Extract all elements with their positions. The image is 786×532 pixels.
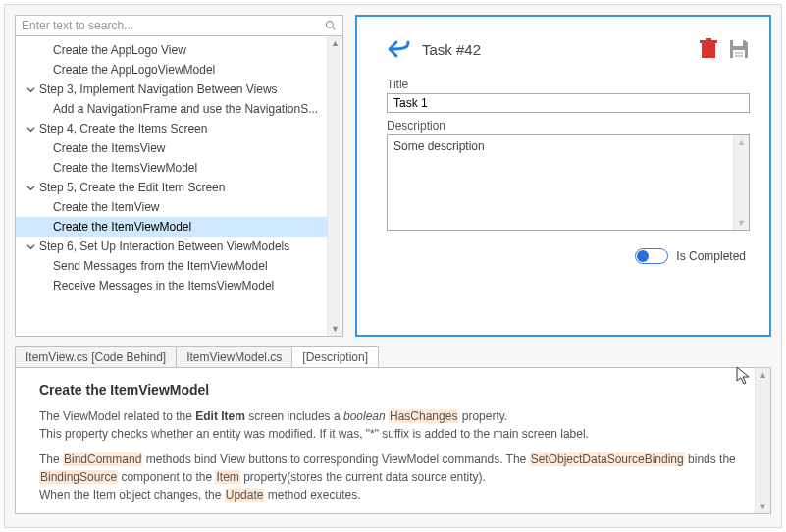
doc-scrollbar[interactable]: ▲ ▼: [755, 368, 770, 513]
app-frame: Create the AppLogo ViewCreate the AppLog…: [4, 4, 782, 528]
left-column: Create the AppLogo ViewCreate the AppLog…: [15, 15, 343, 337]
desc-scrollbar[interactable]: ▲ ▼: [733, 135, 749, 230]
completed-toggle[interactable]: [635, 248, 668, 264]
tree-item-label: Create the AppLogo View: [24, 43, 186, 57]
description-input[interactable]: Some description ▲ ▼: [387, 134, 750, 231]
tree-item[interactable]: Create the AppLogoViewModel: [16, 60, 342, 80]
title-input[interactable]: [387, 93, 750, 113]
scroll-up-icon[interactable]: ▲: [759, 368, 767, 382]
tree-item[interactable]: Receive Messages in the ItemsViewModel: [16, 276, 342, 295]
scroll-up-icon[interactable]: ▲: [331, 36, 340, 50]
tree-item[interactable]: Create the AppLogo View: [16, 40, 342, 60]
title-label: Title: [387, 78, 750, 91]
tree-item[interactable]: Create the ItemsViewModel: [16, 158, 342, 178]
top-row: Create the AppLogo ViewCreate the AppLog…: [15, 15, 771, 337]
tree-item-label: Step 6, Set Up Interaction Between ViewM…: [37, 239, 289, 253]
detail-panel: Task #42 Title Description Some descript…: [355, 15, 771, 337]
scroll-down-icon[interactable]: ▼: [331, 322, 340, 336]
tree-scrollbar[interactable]: ▲ ▼: [327, 36, 342, 336]
task-header: Task #42: [387, 38, 750, 60]
scroll-down-icon[interactable]: ▼: [737, 216, 746, 230]
completed-row: Is Completed: [387, 248, 746, 264]
tree-item[interactable]: Add a NavigationFrame and use the Naviga…: [16, 99, 342, 119]
description-label: Description: [387, 119, 750, 133]
chevron-down-icon[interactable]: [24, 85, 37, 94]
tab[interactable]: ItemViewModel.cs: [176, 346, 292, 367]
completed-label: Is Completed: [676, 249, 746, 263]
tab-strip: ItemView.cs [Code Behind]ItemViewModel.c…: [15, 346, 771, 367]
tree-item-label: Receive Messages in the ItemsViewModel: [24, 279, 274, 293]
description-panel: Create the ItemViewModel The ViewModel r…: [15, 367, 771, 514]
tree-item[interactable]: Create the ItemViewModel: [16, 217, 342, 237]
task-caption: Task #42: [422, 41, 481, 58]
tree-item-label: Create the ItemsView: [24, 141, 166, 155]
tree-item[interactable]: Step 4, Create the Items Screen: [16, 119, 342, 138]
tree-item[interactable]: Step 3, Implement Navigation Between Vie…: [16, 80, 342, 99]
tree-item[interactable]: Create the ItemView: [16, 197, 342, 217]
tree-item-label: Create the ItemViewModel: [24, 220, 191, 234]
tree-item[interactable]: Step 6, Set Up Interaction Between ViewM…: [16, 237, 342, 256]
tree-item-label: Create the ItemsViewModel: [24, 161, 197, 175]
back-icon[interactable]: [387, 39, 412, 59]
chevron-down-icon[interactable]: [24, 125, 37, 133]
tab[interactable]: ItemView.cs [Code Behind]: [15, 346, 177, 367]
tree-item-label: Step 4, Create the Items Screen: [37, 122, 207, 135]
tree-item[interactable]: Create the ItemsView: [16, 138, 342, 158]
doc-paragraph-1: The ViewModel related to the Edit Item s…: [39, 407, 747, 443]
tree-panel: Create the AppLogo ViewCreate the AppLog…: [15, 36, 343, 337]
tree: Create the AppLogo ViewCreate the AppLog…: [16, 36, 342, 299]
svg-rect-6: [733, 50, 745, 58]
svg-rect-2: [702, 43, 715, 58]
search-box[interactable]: [15, 15, 343, 36]
tab[interactable]: [Description]: [291, 346, 379, 367]
svg-rect-4: [706, 38, 711, 40]
svg-point-0: [327, 22, 334, 28]
description-text: Some description: [393, 139, 485, 153]
bottom-area: ItemView.cs [Code Behind]ItemViewModel.c…: [15, 346, 771, 514]
svg-rect-3: [700, 40, 717, 43]
search-input[interactable]: [22, 19, 325, 32]
doc-paragraph-2: The BindCommand methods bind View button…: [39, 451, 747, 504]
delete-icon[interactable]: [699, 38, 718, 60]
tree-item-label: Step 5, Create the Edit Item Screen: [37, 181, 225, 194]
search-icon[interactable]: [325, 20, 337, 31]
chevron-down-icon[interactable]: [24, 184, 37, 192]
tree-item-label: Create the AppLogoViewModel: [24, 63, 215, 77]
tree-item-label: Create the ItemView: [24, 200, 160, 214]
svg-line-1: [333, 27, 336, 30]
tree-item[interactable]: Step 5, Create the Edit Item Screen: [16, 178, 342, 197]
tree-item-label: Send Messages from the ItemViewModel: [24, 259, 268, 273]
scroll-up-icon[interactable]: ▲: [737, 135, 746, 149]
svg-rect-5: [733, 40, 743, 46]
tree-item[interactable]: Send Messages from the ItemViewModel: [16, 256, 342, 276]
doc-heading: Create the ItemViewModel: [39, 382, 747, 398]
tree-item-label: Add a NavigationFrame and use the Naviga…: [24, 102, 318, 116]
scroll-down-icon[interactable]: ▼: [759, 500, 767, 513]
tree-item-label: Step 3, Implement Navigation Between Vie…: [37, 82, 278, 96]
save-icon[interactable]: [728, 38, 750, 60]
chevron-down-icon[interactable]: [24, 242, 37, 251]
